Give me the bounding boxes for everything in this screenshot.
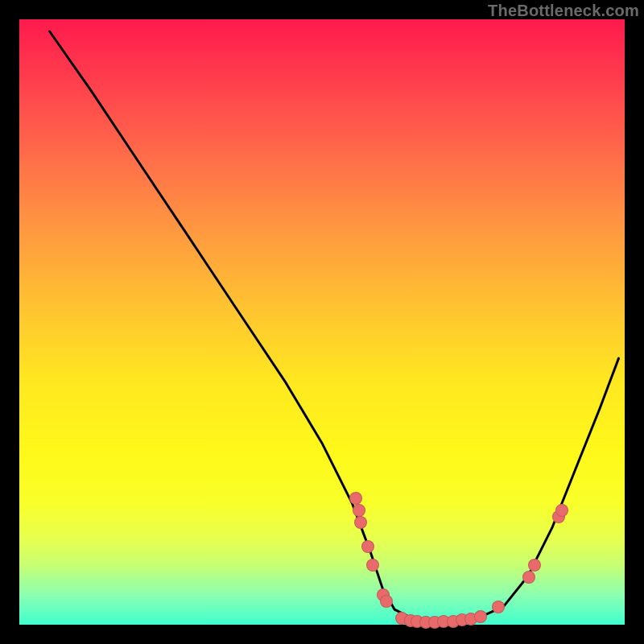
data-marker [377, 588, 390, 601]
bottleneck-curve-line [50, 31, 619, 621]
data-marker [464, 613, 477, 625]
bottleneck-chart: TheBottleneck.com [0, 0, 644, 644]
curve-svg [19, 19, 625, 625]
data-marker [456, 613, 469, 626]
data-marker [404, 614, 417, 627]
data-marker [353, 504, 365, 517]
data-marker [428, 616, 441, 629]
data-marker [474, 610, 487, 623]
data-marker [354, 516, 367, 529]
data-marker [380, 595, 393, 608]
data-marker [366, 559, 379, 572]
data-marker [437, 615, 450, 628]
data-marker [552, 510, 565, 523]
data-marker [419, 616, 432, 629]
data-marker [555, 504, 568, 517]
data-marker [522, 571, 535, 584]
watermark-text: TheBottleneck.com [488, 2, 639, 20]
data-marker [528, 559, 541, 572]
plot-area [19, 19, 625, 625]
data-marker [447, 615, 460, 628]
data-marker [411, 615, 423, 628]
data-marker [395, 612, 408, 625]
data-marker [361, 540, 374, 553]
data-marker [492, 601, 505, 613]
data-marker [349, 492, 362, 505]
